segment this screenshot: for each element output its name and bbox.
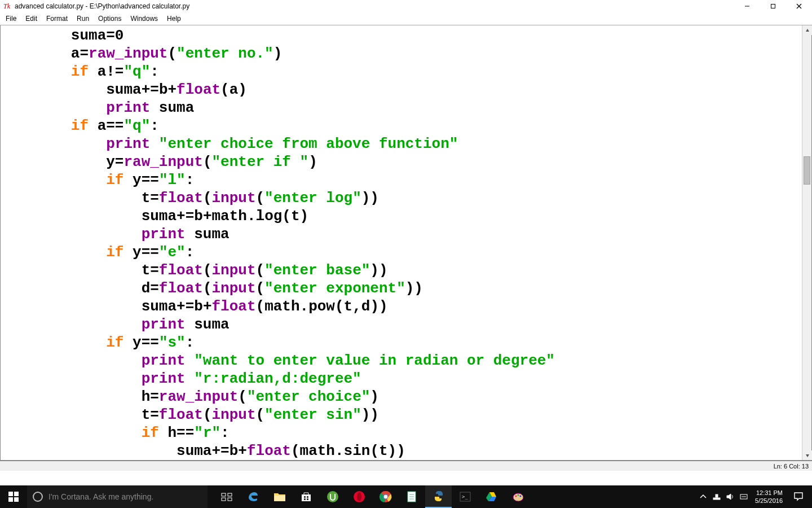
notepadpp-icon[interactable]	[399, 485, 425, 508]
cortana-search[interactable]: I'm Cortana. Ask me anything.	[27, 485, 208, 508]
close-button[interactable]	[786, 0, 812, 12]
svg-point-38	[515, 496, 517, 497]
svg-rect-18	[304, 498, 306, 500]
editor-frame: suma=0 a=raw_input("enter no.") if a!="q…	[0, 25, 812, 461]
window-title: advanced calculator.py - E:\Python\advan…	[15, 2, 189, 10]
vertical-scrollbar[interactable]	[802, 25, 811, 460]
scroll-down-arrow-icon[interactable]	[802, 450, 812, 460]
opera-icon[interactable]	[346, 485, 372, 508]
menu-format[interactable]: Format	[42, 14, 72, 24]
minimize-button[interactable]	[734, 0, 760, 12]
window-controls	[734, 0, 812, 12]
svg-point-22	[357, 492, 361, 501]
clock-time: 12:31 PM	[755, 489, 783, 497]
drive-icon[interactable]	[478, 485, 505, 508]
cortana-placeholder: I'm Cortana. Ask me anything.	[48, 492, 153, 501]
menu-options[interactable]: Options	[94, 14, 126, 24]
idle-icon[interactable]	[425, 485, 452, 508]
menu-windows[interactable]: Windows	[126, 14, 162, 24]
app-tk-icon: Tk	[3, 2, 12, 11]
task-view-icon[interactable]	[213, 485, 240, 508]
maximize-button[interactable]	[760, 0, 786, 12]
svg-rect-42	[713, 498, 720, 500]
svg-rect-10	[14, 497, 19, 502]
svg-rect-43	[716, 494, 718, 497]
paint-icon[interactable]	[505, 485, 531, 508]
svg-rect-13	[222, 498, 226, 501]
store-icon[interactable]	[293, 485, 319, 508]
windows-taskbar: I'm Cortana. Ask me anything. >_ 12:31 P…	[0, 485, 812, 508]
svg-rect-7	[8, 492, 13, 496]
scroll-track[interactable]	[802, 35, 811, 450]
scroll-up-arrow-icon[interactable]	[802, 25, 812, 35]
svg-point-26	[383, 495, 387, 498]
svg-rect-11	[222, 493, 226, 496]
menu-run[interactable]: Run	[72, 14, 94, 24]
taskbar-apps: >_	[213, 485, 531, 508]
svg-rect-19	[307, 498, 308, 500]
svg-marker-6	[806, 454, 809, 457]
svg-rect-14	[228, 498, 232, 501]
code-content[interactable]: suma=0 a=raw_input("enter no.") if a!="q…	[1, 25, 802, 460]
svg-point-40	[519, 496, 521, 497]
svg-rect-8	[14, 492, 19, 496]
action-center-icon[interactable]	[787, 485, 810, 508]
edge-icon[interactable]	[240, 485, 266, 508]
svg-point-39	[517, 494, 519, 496]
code-editor[interactable]: suma=0 a=raw_input("enter no.") if a!="q…	[1, 25, 802, 460]
svg-rect-9	[8, 497, 13, 502]
file-explorer-icon[interactable]	[266, 485, 293, 508]
tray-input-icon[interactable]	[737, 485, 751, 508]
menu-help[interactable]: Help	[162, 14, 186, 24]
svg-rect-15	[274, 496, 285, 501]
taskbar-clock[interactable]: 12:31 PM 5/25/2016	[751, 489, 787, 505]
system-tray: 12:31 PM 5/25/2016	[696, 485, 812, 508]
scroll-thumb[interactable]	[804, 156, 810, 185]
svg-point-41	[519, 498, 520, 500]
svg-rect-2	[771, 5, 775, 8]
tray-chevron-up-icon[interactable]	[696, 485, 710, 508]
utorrent-icon[interactable]	[319, 485, 346, 508]
menu-file[interactable]: File	[1, 14, 21, 24]
svg-text:Tk: Tk	[3, 2, 11, 10]
tray-network-icon[interactable]	[710, 485, 723, 508]
menu-edit[interactable]: Edit	[21, 14, 42, 24]
svg-rect-12	[228, 493, 232, 496]
svg-marker-44	[727, 494, 731, 500]
tray-volume-icon[interactable]	[723, 485, 737, 508]
cmd-icon[interactable]: >_	[452, 485, 478, 508]
svg-rect-17	[307, 496, 308, 498]
cursor-position: Ln: 6 Col: 13	[774, 463, 809, 470]
svg-text:>_: >_	[462, 494, 468, 500]
svg-marker-5	[806, 29, 809, 32]
clock-date: 5/25/2016	[755, 497, 783, 505]
cortana-icon	[33, 492, 43, 502]
start-button[interactable]	[0, 485, 27, 508]
menu-bar: File Edit Format Run Options Windows Hel…	[0, 12, 812, 25]
window-titlebar: Tk advanced calculator.py - E:\Python\ad…	[0, 0, 812, 12]
svg-rect-16	[304, 496, 306, 498]
status-bar: Ln: 6 Col: 13	[0, 461, 812, 471]
chrome-icon[interactable]	[372, 485, 399, 508]
